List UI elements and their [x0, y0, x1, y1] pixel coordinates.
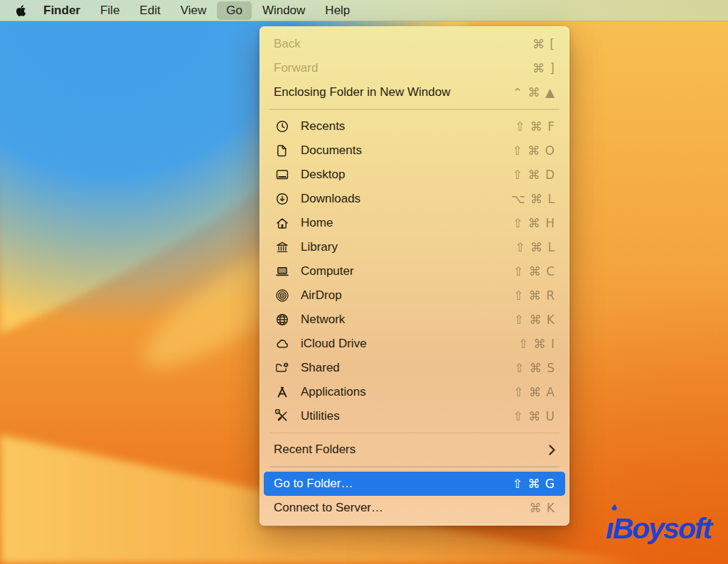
chevron-right-icon	[549, 445, 555, 455]
menu-item-shortcut: ⇧ ⌘ O	[513, 143, 555, 158]
menu-item-shortcut: ⇧ ⌘ R	[513, 288, 555, 303]
menu-item-shortcut: ⇧ ⌘ S	[514, 361, 555, 375]
menu-item-shortcut: ⌥ ⌘ L	[511, 192, 555, 206]
menu-item-documents[interactable]: Documents ⇧ ⌘ O	[259, 139, 569, 163]
watermark-letter-i: ı	[606, 512, 612, 546]
menu-item-applications[interactable]: Applications ⇧ ⌘ A	[259, 380, 569, 404]
menu-item-recent-folders[interactable]: Recent Folders	[259, 438, 569, 462]
menubar-item-finder[interactable]: Finder	[34, 1, 90, 20]
flame-icon	[609, 504, 618, 514]
downloads-icon	[274, 192, 291, 206]
menu-item-label: Shared	[301, 361, 340, 375]
home-icon	[274, 216, 291, 230]
menu-item-shortcut: ⌃ ⌘ ▲	[513, 85, 555, 99]
menu-item-enclosing-folder[interactable]: Enclosing Folder in New Window ⌃ ⌘ ▲	[259, 80, 569, 104]
menu-item-label: Library	[301, 240, 338, 254]
menu-item-back: Back ⌘ [	[259, 32, 569, 56]
menu-item-label: Computer	[301, 264, 354, 278]
menu-item-shortcut: ⇧ ⌘ A	[513, 385, 555, 399]
menu-item-label: Utilities	[301, 409, 340, 423]
menu-item-shortcut: ⇧ ⌘ D	[513, 168, 555, 182]
menu-item-label: Recents	[301, 119, 345, 134]
menu-item-shared[interactable]: Shared ⇧ ⌘ S	[259, 356, 569, 380]
menu-item-shortcut: ⇧ ⌘ K	[514, 313, 555, 327]
menu-item-label: Network	[301, 313, 345, 327]
menu-item-shortcut: ⇧ ⌘ C	[513, 264, 555, 278]
menu-item-recents[interactable]: Recents ⇧ ⌘ F	[259, 114, 569, 139]
menu-item-go-to-folder[interactable]: Go to Folder… ⇧ ⌘ G	[264, 472, 565, 496]
network-globe-icon	[274, 313, 291, 327]
menu-item-desktop[interactable]: Desktop ⇧ ⌘ D	[259, 163, 569, 187]
computer-icon	[274, 264, 291, 278]
menu-item-label: Connect to Server…	[274, 501, 383, 515]
menu-item-label: Recent Folders	[274, 443, 355, 457]
airdrop-icon	[274, 288, 291, 303]
menu-item-shortcut: ⌘ ]	[532, 61, 555, 75]
menu-item-shortcut: ⌘ [	[532, 37, 555, 51]
menu-item-label: Enclosing Folder in New Window	[274, 85, 451, 99]
menu-item-label: Downloads	[301, 192, 360, 206]
menu-item-airdrop[interactable]: AirDrop ⇧ ⌘ R	[259, 283, 569, 308]
menu-item-label: Go to Folder…	[274, 477, 353, 491]
menu-item-shortcut: ⇧ ⌘ F	[515, 119, 555, 134]
utilities-icon	[274, 409, 291, 423]
menu-separator	[269, 109, 560, 110]
menu-item-shortcut: ⇧ ⌘ L	[515, 240, 555, 254]
apple-menu[interactable]	[16, 4, 26, 17]
menu-item-label: iCloud Drive	[301, 337, 367, 351]
menu-item-network[interactable]: Network ⇧ ⌘ K	[259, 308, 569, 332]
menu-item-shortcut: ⇧ ⌘ G	[513, 477, 555, 491]
icloud-icon	[274, 337, 291, 351]
menu-item-home[interactable]: Home ⇧ ⌘ H	[259, 211, 569, 235]
desktop: Finder File Edit View Go Window Help Bac…	[0, 0, 728, 564]
apple-logo-icon	[16, 4, 26, 17]
document-icon	[274, 143, 291, 158]
menu-item-computer[interactable]: Computer ⇧ ⌘ C	[259, 259, 569, 283]
applications-icon	[274, 385, 291, 399]
menu-item-library[interactable]: Library ⇧ ⌘ L	[259, 235, 569, 259]
watermark-rest: Boysoft	[612, 512, 711, 545]
menu-item-label: AirDrop	[301, 288, 342, 303]
menubar-item-go[interactable]: Go	[217, 1, 252, 20]
menubar-item-help[interactable]: Help	[316, 1, 359, 20]
menu-item-label: Documents	[301, 143, 362, 158]
menu-item-downloads[interactable]: Downloads ⌥ ⌘ L	[259, 187, 569, 211]
menu-item-shortcut: ⇧ ⌘ H	[513, 216, 555, 230]
menu-item-utilities[interactable]: Utilities ⇧ ⌘ U	[259, 404, 569, 428]
menu-item-icloud-drive[interactable]: iCloud Drive ⇧ ⌘ I	[259, 332, 569, 356]
menu-item-label: Applications	[301, 385, 366, 399]
go-menu: Back ⌘ [ Forward ⌘ ] Enclosing Folder in…	[259, 26, 569, 526]
library-icon	[274, 240, 291, 254]
menu-item-shortcut: ⇧ ⌘ I	[518, 337, 555, 351]
menu-item-label: Forward	[274, 61, 318, 75]
menubar-item-window[interactable]: Window	[253, 1, 314, 20]
shared-folder-icon	[274, 361, 291, 375]
menu-item-label: Desktop	[301, 168, 345, 182]
menu-bar: Finder File Edit View Go Window Help	[0, 0, 728, 21]
menu-item-shortcut: ⌘ K	[529, 501, 555, 515]
clock-icon	[274, 119, 291, 134]
menu-item-label: Back	[274, 37, 301, 51]
desktop-icon	[274, 168, 291, 182]
menu-separator	[269, 466, 560, 467]
menu-item-shortcut: ⇧ ⌘ U	[513, 409, 556, 423]
menu-item-forward: Forward ⌘ ]	[259, 56, 569, 80]
iboysoft-watermark: ıBoysoft	[606, 512, 711, 546]
menubar-item-view[interactable]: View	[171, 1, 216, 20]
menubar-item-file[interactable]: File	[91, 1, 129, 20]
menubar-item-edit[interactable]: Edit	[130, 1, 169, 20]
menu-item-connect-to-server[interactable]: Connect to Server… ⌘ K	[259, 496, 569, 520]
menu-item-label: Home	[301, 216, 333, 230]
menu-separator	[269, 433, 560, 434]
